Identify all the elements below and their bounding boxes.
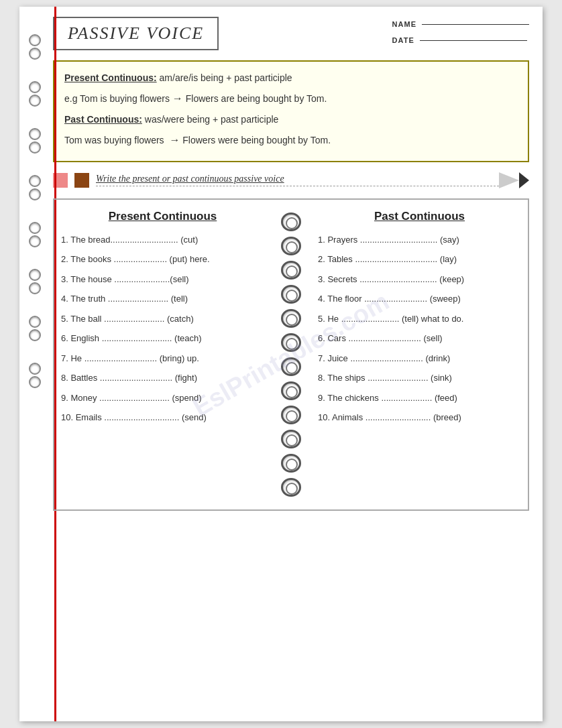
left-exercise-item: 2. The books ...................... (put…	[61, 253, 264, 266]
instruction-text: Write the present or past continuous pas…	[96, 174, 499, 186]
right-exercise-item: 9. The chickens ..................... (f…	[318, 391, 521, 405]
past-label: Past Continuous:	[64, 114, 142, 125]
worksheet-page: PASSIVE VOICE NAME DATE Present Continuo…	[19, 7, 543, 721]
left-exercise-item: 6. English .............................…	[61, 332, 264, 345]
present-continuous-items: 1. The bread............................…	[61, 233, 264, 424]
hole	[29, 95, 41, 107]
spiral-ring	[281, 285, 301, 304]
left-exercise-item: 9. Money ............................. (…	[61, 391, 264, 405]
spiral-ring	[281, 261, 301, 280]
hole	[29, 81, 41, 93]
pencil-area: Write the present or past continuous pas…	[96, 172, 529, 188]
hole	[29, 282, 41, 294]
spiral-ring	[281, 213, 301, 231]
hole	[29, 48, 41, 60]
right-exercise-item: 3. Secrets .............................…	[318, 273, 521, 286]
pencil-eraser-icon	[74, 173, 89, 188]
spiral-ring	[281, 309, 301, 328]
present-label: Present Continuous:	[64, 72, 157, 83]
pencil-tip-icon	[499, 172, 519, 188]
name-label: NAME	[392, 20, 416, 28]
instruction-row: Write the present or past continuous pas…	[53, 172, 529, 188]
name-field: NAME	[392, 20, 529, 28]
spiral-ring	[281, 237, 301, 255]
spiral-ring	[281, 381, 301, 400]
spiral-binding	[271, 210, 311, 499]
past-example-before: Tom was buying flowers	[64, 135, 164, 145]
hole	[29, 235, 41, 247]
right-exercise-item: 5. He ........................ (tell) wh…	[318, 312, 521, 326]
arrow-icon-2: →	[169, 134, 180, 145]
spiral-ring	[281, 430, 301, 448]
right-exercise-item: 4. The floor .......................... …	[318, 292, 521, 306]
present-continuous-title: Present Continuous	[61, 210, 264, 223]
spiral-ring	[281, 333, 301, 352]
present-example: e.g Tom is buying flowers → Flowers are …	[64, 89, 518, 109]
left-exercise-item: 10. Emails .............................…	[61, 411, 264, 424]
present-rule: am/are/is being + past participle	[157, 72, 292, 83]
hole	[29, 316, 41, 328]
hole	[29, 141, 41, 154]
past-continuous-title: Past Continuous	[318, 210, 521, 223]
hole	[29, 376, 41, 388]
right-exercise-item: 8. The ships ......................... (…	[318, 371, 521, 385]
date-field: DATE	[392, 36, 529, 44]
right-exercise-item: 6. Cars .............................. (…	[318, 332, 521, 345]
hole	[29, 188, 41, 200]
left-exercise-item: 5. The ball ......................... (c…	[61, 312, 264, 326]
spiral-ring	[281, 406, 301, 424]
right-exercise-item: 10. Animals ........................... …	[318, 411, 521, 424]
pencil-point-icon	[519, 172, 529, 188]
past-continuous-items: 1. Prayers .............................…	[318, 233, 521, 424]
spiral-ring	[281, 454, 301, 473]
present-continuous-column: Present Continuous 1. The bread.........…	[61, 210, 271, 499]
grammar-box: Present Continuous: am/are/is being + pa…	[53, 60, 529, 162]
notebook-holes	[19, 7, 50, 721]
past-rule: was/were being + past participle	[142, 114, 279, 125]
hole	[29, 175, 41, 187]
left-exercise-item: 8. Battles .............................…	[61, 371, 264, 385]
left-exercise-item: 1. The bread............................…	[61, 233, 264, 247]
hole	[29, 34, 41, 46]
spiral-ring	[281, 478, 301, 497]
left-exercise-item: 3. The house .......................(sel…	[61, 273, 264, 286]
header-section: PASSIVE VOICE NAME DATE	[53, 17, 529, 50]
right-exercise-item: 2. Tables ..............................…	[318, 253, 521, 266]
past-continuous-column: Past Continuous 1. Prayers .............…	[311, 210, 521, 499]
left-exercise-item: 4. The truth ......................... (…	[61, 292, 264, 306]
spiral-ring	[281, 357, 301, 376]
worksheet-title: PASSIVE VOICE	[53, 17, 219, 50]
hole	[29, 329, 41, 341]
present-continuous-rule: Present Continuous: am/are/is being + pa…	[64, 70, 518, 86]
hole	[29, 128, 41, 140]
hole	[29, 222, 41, 234]
right-exercise-item: 1. Prayers .............................…	[318, 233, 521, 247]
hole	[29, 269, 41, 281]
present-example-after: Flowers are being bought by Tom.	[186, 93, 327, 104]
date-label: DATE	[392, 36, 414, 44]
arrow-icon: →	[172, 93, 183, 104]
right-exercise-item: 7. Juice .............................. …	[318, 352, 521, 365]
hole	[29, 363, 41, 375]
name-date-area: NAME DATE	[392, 17, 529, 44]
left-exercise-item: 7. He .............................. (br…	[61, 352, 264, 365]
past-example: Tom was buying flowers → Flowers were be…	[64, 131, 518, 150]
past-continuous-rule: Past Continuous: was/were being + past p…	[64, 111, 518, 128]
past-example-after: Flowers were being bought by Tom.	[182, 135, 331, 145]
present-example-before: e.g Tom is buying flowers	[64, 93, 170, 104]
exercise-box: EslPrintables.com Present Continuous 1. …	[53, 198, 529, 511]
